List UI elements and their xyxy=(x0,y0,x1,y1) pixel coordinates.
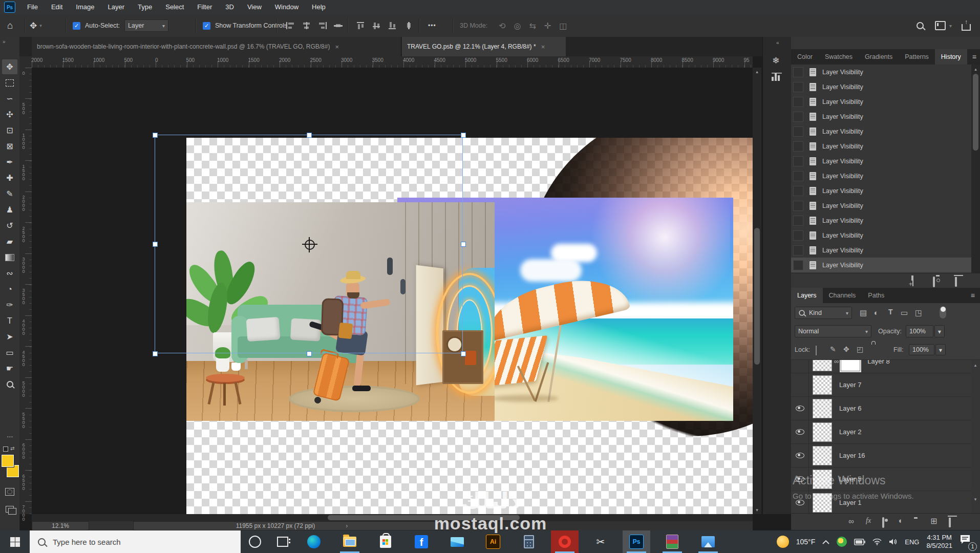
history-scrollbar[interactable]: ▴ xyxy=(971,65,980,273)
taskbar-app-mail[interactable] xyxy=(443,530,471,553)
tray-chevron-up-icon[interactable] xyxy=(822,540,829,544)
visibility-well[interactable] xyxy=(791,406,808,411)
hand-tool[interactable]: ☛ xyxy=(2,361,17,376)
edit-toolbar-icon[interactable]: ⋯ xyxy=(2,429,17,444)
language-indicator[interactable]: ENG xyxy=(905,538,919,546)
link-layers-icon[interactable]: ∞ xyxy=(848,517,854,525)
distribute-v-icon[interactable] xyxy=(404,22,413,29)
orbit-3d-icon[interactable]: ⟲ xyxy=(499,21,505,31)
move-tool[interactable]: ✥ xyxy=(2,59,17,74)
quick-mask-icon[interactable] xyxy=(2,484,17,499)
layer-row[interactable]: Layer 6 xyxy=(791,397,971,420)
layer-thumbnail[interactable] xyxy=(813,422,832,442)
new-snapshot-icon[interactable] xyxy=(933,278,935,287)
camera-3d-icon[interactable]: ◫ xyxy=(559,21,567,31)
filter-type-layers-icon[interactable]: T xyxy=(888,308,893,316)
visibility-well[interactable] xyxy=(791,382,808,388)
scroll-down-icon[interactable]: ▾ xyxy=(971,497,979,502)
histogram-panel-icon[interactable] xyxy=(772,73,782,81)
horizontal-ruler[interactable]: 2000150010005000500100015002000250030003… xyxy=(32,56,753,68)
layer-thumbnail[interactable] xyxy=(813,446,832,465)
doc-info-chevron-icon[interactable]: › xyxy=(346,522,348,529)
transform-handle-middle-right[interactable] xyxy=(461,242,466,247)
weather-sun-icon[interactable] xyxy=(777,536,789,548)
history-source-checkbox[interactable] xyxy=(793,126,803,137)
show-transform-checkbox[interactable] xyxy=(203,22,210,30)
more-align-options-button[interactable]: ••• xyxy=(428,14,436,37)
filter-pixel-layers-icon[interactable]: ▤ xyxy=(860,308,867,317)
roll-3d-icon[interactable]: ◎ xyxy=(514,21,521,31)
history-state-row[interactable]: Layer Visibility xyxy=(791,183,971,198)
scroll-down-icon[interactable]: ▾ xyxy=(753,507,761,513)
workspace-icon[interactable] xyxy=(935,14,946,37)
tab-document-2-active[interactable]: TRAVEL GO.psb @ 12.1% (Layer 4, RGB/8#) … xyxy=(402,37,566,56)
scroll-up-icon[interactable]: ▴ xyxy=(753,69,761,74)
taskbar-app-facebook[interactable]: f xyxy=(408,530,435,553)
shape-tool[interactable]: ▭ xyxy=(2,345,17,360)
filter-toggle[interactable] xyxy=(940,306,946,318)
transform-handle-middle-left[interactable] xyxy=(153,242,158,247)
menu-type[interactable]: Type xyxy=(131,0,159,14)
layer-style-icon[interactable]: fx xyxy=(866,517,871,525)
vertical-ruler[interactable]: 05 0 01 0 0 01 5 0 02 0 0 02 5 0 03 0 0 … xyxy=(19,68,32,514)
menu-help[interactable]: Help xyxy=(305,0,332,14)
history-state-row[interactable]: Layer Visibility xyxy=(791,198,971,213)
notification-button[interactable]: 1 xyxy=(960,535,975,549)
layer-thumbnail[interactable] xyxy=(813,360,832,371)
layer-row[interactable]: Layer 16 xyxy=(791,444,971,467)
lock-transparent-icon[interactable] xyxy=(816,346,817,355)
transform-handle-bottom-left[interactable] xyxy=(153,351,158,356)
foreground-color-swatch[interactable] xyxy=(2,455,14,467)
taskbar-app-edge[interactable] xyxy=(300,530,328,553)
vertical-scrollbar[interactable]: ▴ ▾ xyxy=(753,68,761,514)
taskbar-app-explorer[interactable] xyxy=(336,530,364,553)
path-select-tool[interactable]: ➤ xyxy=(2,329,17,344)
panel-tab-layers[interactable]: Layers xyxy=(791,288,823,303)
ruler-origin[interactable] xyxy=(19,56,32,68)
align-top-icon[interactable] xyxy=(357,22,366,29)
history-state-row[interactable]: Layer Visibility xyxy=(791,168,971,183)
menu-window[interactable]: Window xyxy=(268,0,305,14)
layer-thumbnail[interactable] xyxy=(813,399,832,418)
taskbar-search[interactable]: Type here to search xyxy=(30,530,241,553)
taskbar-app-opera[interactable] xyxy=(551,530,579,553)
scroll-up-icon[interactable]: ▴ xyxy=(971,363,979,368)
panel-menu-icon[interactable]: ≡ xyxy=(966,288,980,303)
panel-tab-color[interactable]: Color xyxy=(791,49,819,65)
history-state-row[interactable]: Layer Visibility xyxy=(791,213,971,228)
panel-tab-channels[interactable]: Channels xyxy=(823,288,862,303)
expand-panels-icon[interactable]: « xyxy=(776,40,779,46)
history-state-row[interactable]: Layer Visibility xyxy=(791,228,971,243)
healing-brush-tool[interactable]: ✚ xyxy=(2,171,17,185)
history-state-row[interactable]: Layer Visibility xyxy=(791,109,971,124)
pen-tool[interactable]: ✑ xyxy=(2,297,17,312)
panel-tab-swatches[interactable]: Swatches xyxy=(819,49,859,65)
adjustment-layer-icon[interactable]: ◐ xyxy=(899,516,903,525)
document-info[interactable]: 11955 px x 10227 px (72 ppi) › xyxy=(133,521,451,530)
distribute-h-icon[interactable] xyxy=(334,22,343,29)
weather-temp[interactable]: 105°F xyxy=(796,538,816,546)
history-state-row[interactable]: Layer Visibility xyxy=(791,65,971,79)
gradient-tool[interactable] xyxy=(2,250,17,265)
layer-name[interactable]: Layer 7 xyxy=(839,381,861,389)
transform-handle-bottom-right[interactable] xyxy=(461,351,466,356)
layer-mask-thumbnail[interactable] xyxy=(841,360,860,371)
layer-name[interactable]: Layer 6 xyxy=(839,405,861,412)
task-view-button[interactable] xyxy=(269,530,296,553)
scroll-up-icon[interactable]: ▴ xyxy=(971,67,980,72)
lasso-tool[interactable]: ∽ xyxy=(2,91,17,106)
drag-3d-icon[interactable]: ⇆ xyxy=(529,21,536,31)
lock-artboard-icon[interactable]: ◰ xyxy=(857,345,863,353)
panel-tab-history[interactable]: History xyxy=(935,49,967,65)
history-source-checkbox[interactable] xyxy=(793,97,803,107)
slide-3d-icon[interactable]: ✛ xyxy=(544,21,551,31)
tab-document-1[interactable]: brown-sofa-wooden-table-living-room-inte… xyxy=(32,37,401,56)
panel-menu-icon[interactable]: ≡ xyxy=(967,49,980,65)
auto-select-checkbox[interactable] xyxy=(73,22,80,30)
vertical-scrollbar-thumb[interactable] xyxy=(754,228,760,365)
history-state-row[interactable]: Layer Visibility xyxy=(791,243,971,258)
taskbar-app-snip[interactable]: ✂ xyxy=(587,530,614,553)
layer-thumbnail[interactable] xyxy=(813,375,832,395)
share-icon[interactable] xyxy=(962,14,971,37)
screen-mode-icon[interactable] xyxy=(2,502,17,517)
